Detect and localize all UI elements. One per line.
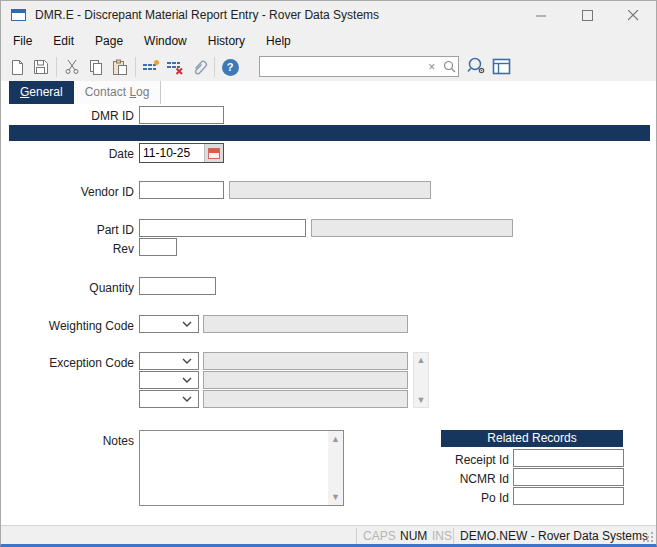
weighting-code-label: Weighting Code (1, 319, 134, 333)
exception-code-display (203, 390, 408, 408)
rev-input[interactable] (139, 238, 177, 256)
date-field (139, 143, 224, 163)
po-id-input[interactable] (513, 487, 624, 505)
toolbar-right-group (465, 55, 513, 77)
quantity-input[interactable] (139, 277, 216, 295)
notes-textarea[interactable] (140, 431, 328, 505)
chevron-down-icon (182, 396, 198, 402)
vendor-name-display (229, 181, 431, 199)
calendar-button[interactable] (204, 144, 223, 162)
part-id-label: Part ID (1, 223, 134, 237)
exception-code-scrollbar[interactable]: ▲ ▼ (413, 352, 429, 408)
calendar-icon (208, 148, 220, 159)
menu-history[interactable]: History (199, 31, 254, 51)
new-document-button[interactable] (5, 56, 29, 78)
exception-code-display (203, 352, 408, 370)
menu-file[interactable]: File (4, 31, 41, 51)
window-layout-button[interactable] (489, 55, 513, 77)
quantity-label: Quantity (1, 281, 134, 295)
weighting-code-display (203, 315, 408, 333)
date-input[interactable] (140, 144, 204, 162)
caps-lock-indicator: CAPS (363, 526, 396, 546)
part-description-display (311, 219, 513, 237)
menu-edit[interactable]: Edit (44, 31, 83, 51)
status-context: DEMO.NEW - Rover Data Systems (460, 526, 648, 546)
minimize-button[interactable] (518, 1, 564, 29)
exception-code-select[interactable] (139, 352, 199, 370)
scroll-up-icon[interactable]: ▲ (414, 355, 428, 365)
part-id-input[interactable] (139, 219, 306, 237)
delete-record-icon (166, 59, 184, 75)
form-area: DMR ID Date Vendor ID Part ID Rev Quanti… (1, 104, 656, 525)
rev-label: Rev (1, 242, 134, 256)
minimize-icon (536, 10, 547, 21)
clear-search-icon[interactable]: × (423, 60, 441, 74)
scroll-down-icon[interactable]: ▼ (328, 492, 343, 502)
chevron-down-icon (182, 321, 198, 327)
po-id-label: Po Id (401, 491, 509, 505)
scroll-down-icon[interactable]: ▼ (414, 395, 428, 405)
toolbar: ? × (1, 53, 656, 81)
delete-record-button[interactable] (163, 56, 187, 78)
record-lookup-icon (467, 57, 487, 75)
copy-icon (88, 59, 104, 76)
save-button[interactable] (29, 56, 53, 78)
copy-button[interactable] (84, 56, 108, 78)
notes-scrollbar[interactable]: ▲ ▼ (328, 431, 343, 505)
attachment-button[interactable] (187, 56, 211, 78)
scroll-up-icon[interactable]: ▲ (328, 434, 343, 444)
resize-grip-icon (642, 531, 654, 543)
attachment-icon (191, 59, 208, 76)
search-icon[interactable] (441, 60, 459, 73)
paste-button[interactable] (108, 56, 132, 78)
date-label: Date (1, 147, 134, 161)
status-separator (453, 528, 454, 544)
help-icon: ? (222, 59, 239, 76)
app-icon (11, 9, 26, 21)
window-layout-icon (492, 58, 511, 75)
cut-button[interactable] (60, 56, 84, 78)
search-input[interactable] (260, 57, 423, 76)
menu-bar: File Edit Page Window History Help (1, 29, 656, 53)
status-bar: CAPS NUM INS DEMO.NEW - Rover Data Syste… (1, 525, 656, 545)
insert-mode-indicator: INS (432, 526, 452, 546)
toolbar-separator (214, 57, 215, 77)
dmr-id-label: DMR ID (1, 109, 134, 123)
vendor-id-label: Vendor ID (1, 185, 134, 199)
app-window: DMR.E - Discrepant Material Report Entry… (0, 0, 657, 547)
menu-window[interactable]: Window (135, 31, 196, 51)
search-box: × (259, 56, 459, 77)
notes-label: Notes (1, 434, 134, 448)
close-button[interactable] (610, 1, 656, 29)
exception-code-select[interactable] (139, 371, 199, 389)
add-record-button[interactable] (139, 56, 163, 78)
num-lock-indicator: NUM (400, 526, 427, 546)
status-separator (356, 528, 357, 544)
window-controls (518, 1, 656, 29)
ncmr-id-input[interactable] (513, 468, 624, 486)
chevron-down-icon (182, 358, 198, 364)
exception-code-select[interactable] (139, 390, 199, 408)
weighting-code-select[interactable] (139, 315, 199, 333)
menu-page[interactable]: Page (86, 31, 132, 51)
vendor-id-input[interactable] (139, 181, 224, 199)
receipt-id-input[interactable] (513, 449, 624, 467)
notes-field: ▲ ▼ (139, 430, 344, 506)
cut-icon (64, 59, 80, 75)
title-bar: DMR.E - Discrepant Material Report Entry… (1, 1, 656, 29)
tab-bar: General Contact Log (1, 81, 656, 104)
record-lookup-button[interactable] (465, 55, 489, 77)
resize-grip[interactable] (642, 531, 654, 543)
tab-contact-log[interactable]: Contact Log (74, 81, 162, 104)
ncmr-id-label: NCMR Id (401, 472, 509, 486)
close-icon (628, 10, 639, 21)
toolbar-separator (56, 57, 57, 77)
menu-help[interactable]: Help (257, 31, 300, 51)
save-icon (33, 59, 49, 75)
dmr-id-input[interactable] (139, 106, 224, 124)
maximize-button[interactable] (564, 1, 610, 29)
toolbar-separator (135, 57, 136, 77)
maximize-icon (582, 10, 593, 21)
help-button[interactable]: ? (218, 56, 242, 78)
tab-general[interactable]: General (9, 81, 74, 104)
